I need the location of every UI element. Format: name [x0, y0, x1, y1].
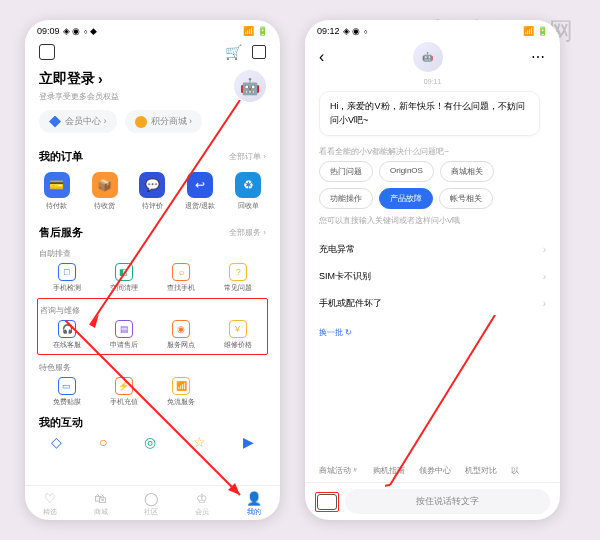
quick-buy-guide[interactable]: 购机指南 [373, 465, 405, 476]
faq-broken[interactable]: 手机或配件坏了› [319, 290, 546, 317]
icon-label: 回收单 [238, 201, 259, 211]
interact-icon[interactable]: ▶ [243, 434, 254, 450]
chat-avatar[interactable]: 🤖 [413, 42, 443, 72]
chip-mall[interactable]: 商城相关 [440, 161, 494, 182]
interact-icon[interactable]: ◇ [51, 434, 62, 450]
interact-icon[interactable]: ☆ [193, 434, 206, 450]
scan-icon[interactable] [252, 45, 266, 59]
pill-row: 会员中心 › 积分商城 › [25, 110, 280, 143]
chip-fault[interactable]: 产品故障 [379, 188, 433, 209]
login-button[interactable]: 立即登录 › [39, 70, 119, 88]
back-button[interactable]: ‹ [319, 48, 324, 66]
quick-links: 商城活动〃 购机指南 领券中心 机型对比 以 [305, 459, 560, 482]
icon-label: 待付款 [46, 201, 67, 211]
community-icon: ◯ [144, 491, 159, 506]
small-label: 常见问题 [224, 283, 252, 293]
aftersale-more[interactable]: 全部服务 › [229, 227, 266, 238]
order-pending-review[interactable]: 💬待评价 [132, 172, 172, 211]
keyboard-icon[interactable] [317, 494, 337, 510]
user-icon: 👤 [246, 491, 262, 506]
nav-mine[interactable]: 👤我的 [246, 491, 262, 517]
category-hint: 看看全能的小V都能解决什么问题吧~ [305, 140, 560, 161]
faq-hint: 您可以直接输入关键词或者这样问小V哦 [305, 209, 560, 230]
faq[interactable]: ?常见问题 [211, 261, 266, 295]
login-section: 立即登录 › 登录享受更多会员权益 🤖 [25, 66, 280, 110]
self-check-group: 自助排查 □手机检测 ◧空间清理 ⌕查找手机 ?常见问题 [25, 244, 280, 295]
quick-compare[interactable]: 机型对比 [465, 465, 497, 476]
faq-sim[interactable]: SIM卡不识别› [319, 263, 546, 290]
input-bar: 按住说话转文字 [305, 482, 560, 520]
repair-price[interactable]: ¥维修价格 [210, 318, 265, 352]
nav-label: 会员 [195, 507, 209, 517]
phone-check[interactable]: □手机检测 [39, 261, 94, 295]
small-label: 查找手机 [167, 283, 195, 293]
keyboard-highlight [315, 492, 339, 512]
nav-label: 我的 [247, 507, 261, 517]
free-film[interactable]: ▭免费贴膜 [39, 375, 94, 409]
orders-more[interactable]: 全部订单 › [229, 151, 266, 162]
interact-header: 我的互动 [25, 409, 280, 434]
small-label: 维修价格 [224, 340, 252, 350]
chat-timestamp: 09:11 [305, 78, 560, 85]
find-phone[interactable]: ⌕查找手机 [154, 261, 209, 295]
avatar[interactable]: 🤖 [234, 70, 266, 102]
chevron-right-icon: › [543, 244, 546, 255]
chip-function[interactable]: 功能操作 [319, 188, 373, 209]
order-recycle[interactable]: ♻回收单 [228, 172, 268, 211]
nav-community[interactable]: ◯社区 [144, 491, 159, 517]
status-icons: ◈ ◉ ⬨ [343, 26, 368, 36]
aftersale-header: 售后服务 全部服务 › [25, 219, 280, 244]
settings-hex-icon[interactable] [39, 44, 55, 60]
search-icon: ⌕ [172, 263, 190, 281]
nav-member[interactable]: ♔会员 [195, 491, 209, 517]
order-pending-receive[interactable]: 📦待收货 [85, 172, 125, 211]
quick-more[interactable]: 以 [511, 465, 519, 476]
more-button[interactable]: ⋯ [531, 49, 546, 65]
refresh-button[interactable]: 换一批 ↻ [305, 323, 560, 342]
nav-mall[interactable]: 🛍商城 [94, 491, 108, 517]
interact-icon[interactable]: ◎ [144, 434, 156, 450]
bag-icon: 🛍 [94, 491, 107, 506]
nav-label: 精选 [43, 507, 57, 517]
voice-input-button[interactable]: 按住说话转文字 [345, 489, 550, 514]
apply-aftersale[interactable]: ▤申请售后 [97, 318, 152, 352]
chip-account[interactable]: 帐号相关 [439, 188, 493, 209]
quick-mall-activity[interactable]: 商城活动〃 [319, 465, 359, 476]
refund-icon: ↩ [187, 172, 213, 198]
chip-originos[interactable]: OriginOS [379, 161, 434, 182]
service-point[interactable]: ◉服务网点 [154, 318, 209, 352]
interact-icon[interactable]: ○ [99, 434, 107, 450]
quick-coupon[interactable]: 领券中心 [419, 465, 451, 476]
faq-text: 充电异常 [319, 243, 355, 256]
faq-list: 充电异常› SIM卡不识别› 手机或配件坏了› [305, 230, 560, 323]
faq-charging[interactable]: 充电异常› [319, 236, 546, 263]
small-label: 手机检测 [53, 283, 81, 293]
order-pending-pay[interactable]: 💳待付款 [37, 172, 77, 211]
small-label: 免流服务 [167, 397, 195, 407]
icon-label: 退货/退款 [185, 201, 215, 211]
status-bar: 09:09 ◈ ◉ ⬨ ◆ 📶 🔋 [25, 20, 280, 38]
small-label: 在线客服 [53, 340, 81, 350]
nav-featured[interactable]: ♡精选 [43, 491, 57, 517]
cart-icon[interactable]: 🛒 [225, 44, 242, 60]
bottom-nav: ♡精选 🛍商城 ◯社区 ♔会员 👤我的 [25, 485, 280, 520]
special-service-group: 特色服务 ▭免费贴膜 ⚡手机充值 📶免流服务 [25, 358, 280, 409]
online-service[interactable]: 🎧在线客服 [40, 318, 95, 352]
chat-icon: 💬 [139, 172, 165, 198]
small-label: 空间清理 [110, 283, 138, 293]
space-clean[interactable]: ◧空间清理 [96, 261, 151, 295]
phone-right: 09:12 ◈ ◉ ⬨ 📶 🔋 ‹ 🤖 ⋯ 09:11 Hi，亲爱的V粉，新年快… [305, 20, 560, 520]
chip-hot[interactable]: 热门问题 [319, 161, 373, 182]
interact-title: 我的互动 [39, 415, 83, 430]
free-data[interactable]: 📶免流服务 [154, 375, 209, 409]
small-label: 申请售后 [110, 340, 138, 350]
phone-recharge[interactable]: ⚡手机充值 [96, 375, 151, 409]
points-mall-pill[interactable]: 积分商城 › [125, 110, 203, 133]
small-label: 免费贴膜 [53, 397, 81, 407]
group-title: 特色服务 [39, 362, 266, 373]
order-refund[interactable]: ↩退货/退款 [180, 172, 220, 211]
status-bar: 09:12 ◈ ◉ ⬨ 📶 🔋 [305, 20, 560, 38]
nav-label: 商城 [94, 507, 108, 517]
member-center-pill[interactable]: 会员中心 › [39, 110, 117, 133]
interact-row: ◇ ○ ◎ ☆ ▶ [25, 434, 280, 458]
